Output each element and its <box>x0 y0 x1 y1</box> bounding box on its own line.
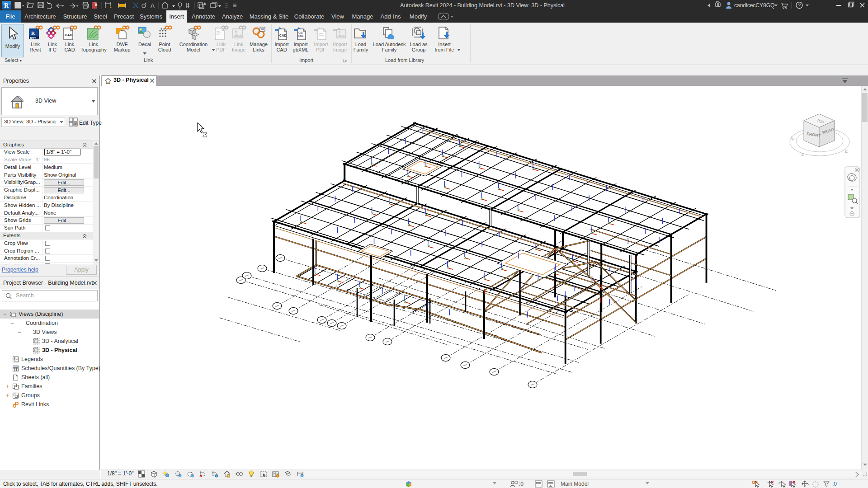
svg-text:S: S <box>801 152 804 157</box>
svg-text:E: E <box>845 149 848 154</box>
svg-text:W: W <box>789 136 795 141</box>
